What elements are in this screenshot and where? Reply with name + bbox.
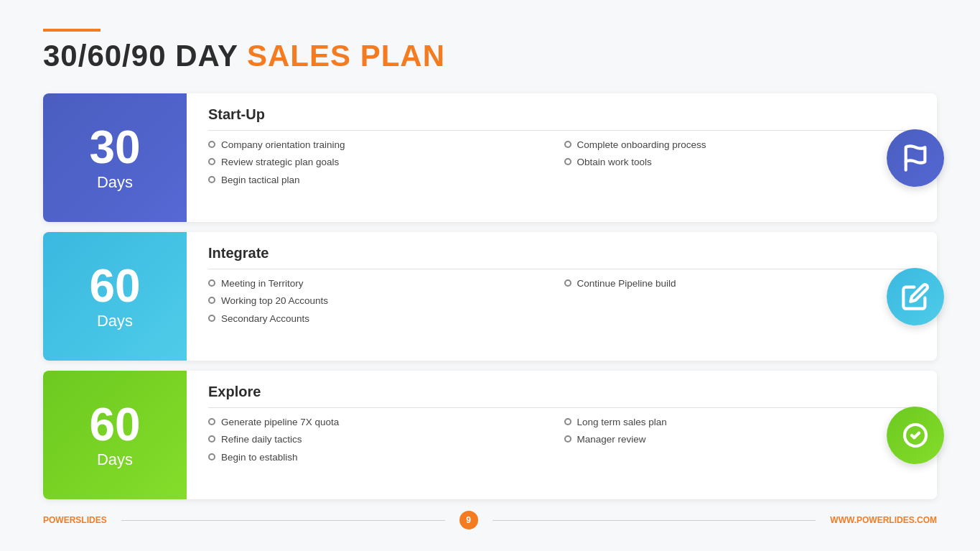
plan-card-0: 30DaysStart-UpCompany orientation traini… [43, 93, 937, 222]
bullet-text: Review strategic plan goals [221, 155, 339, 170]
bullet-circle [564, 435, 571, 443]
bullet-circle [208, 279, 215, 287]
bullet-text: Secondary Accounts [221, 312, 309, 326]
day-number: 30 [89, 124, 140, 170]
bullet-text: Meeting in Territory [221, 277, 304, 291]
divider [208, 269, 920, 269]
icon-circle-edit [887, 268, 944, 325]
bullet-item: Company orientation training [208, 138, 564, 152]
footer-website: WWW.POWERLIDES.COM [830, 515, 937, 525]
bullet-text: Complete onboarding process [577, 138, 706, 152]
title-dark: 30/60/90 DAY [43, 39, 238, 73]
day-label: Days [97, 173, 133, 192]
day-number: 60 [89, 263, 140, 309]
title-orange: SALES PLAN [247, 39, 445, 73]
bullet-item: Begin tactical plan [208, 173, 564, 187]
day-label: Days [97, 450, 133, 469]
bullet-circle [208, 176, 215, 183]
footer-brand-orange: SLIDES [75, 515, 106, 525]
bullet-circle [564, 141, 571, 148]
bullet-circle [208, 453, 215, 460]
footer-line-right [493, 520, 816, 521]
bullet-item: Meeting in Territory [208, 277, 564, 291]
day-number: 60 [89, 402, 140, 448]
bullet-text: Working top 20 Accounts [221, 294, 328, 308]
header-accent [43, 29, 101, 32]
right-col: Continue Pipeline build [564, 277, 920, 348]
bullet-circle [208, 418, 215, 425]
bullet-circle [564, 158, 571, 165]
bullet-text: Generate pipeline 7X quota [221, 415, 339, 430]
bullet-text: Manager review [577, 432, 646, 447]
card-content-0: Start-UpCompany orientation trainingRevi… [187, 93, 937, 222]
section-title: Explore [208, 384, 920, 400]
bullet-circle [208, 435, 215, 443]
title-row: 30/60/90 DAY SALES PLAN [43, 39, 937, 73]
section-title: Integrate [208, 245, 920, 261]
plan-card-1: 60DaysIntegrateMeeting in TerritoryWorki… [43, 232, 937, 361]
card-content-1: IntegrateMeeting in TerritoryWorking top… [187, 232, 937, 361]
bullet-text: Long term sales plan [577, 415, 667, 430]
page-badge: 9 [459, 511, 478, 529]
day-box-0: 30Days [43, 93, 187, 222]
bullet-item: Secondary Accounts [208, 312, 564, 326]
left-col: Generate pipeline 7X quotaRefine daily t… [208, 415, 564, 486]
items-grid: Meeting in TerritoryWorking top 20 Accou… [208, 277, 920, 348]
divider [208, 407, 920, 408]
bullet-item: Refine daily tactics [208, 432, 564, 447]
bullet-item: Review strategic plan goals [208, 155, 564, 170]
bullet-circle [208, 315, 215, 322]
divider [208, 130, 920, 131]
footer: POWERSLIDES 9 WWW.POWERLIDES.COM [43, 506, 937, 529]
card-content-2: ExploreGenerate pipeline 7X quotaRefine … [187, 371, 937, 499]
bullet-item: Begin to establish [208, 450, 564, 465]
bullet-item: Manager review [564, 432, 920, 447]
bullet-text: Company orientation training [221, 138, 345, 152]
footer-line-left [121, 520, 445, 521]
cards-area: 30DaysStart-UpCompany orientation traini… [43, 93, 937, 499]
bullet-item: Continue Pipeline build [564, 277, 920, 291]
icon-circle-flag [887, 129, 944, 187]
bullet-item: Generate pipeline 7X quota [208, 415, 564, 430]
bullet-text: Begin tactical plan [221, 173, 300, 187]
day-box-2: 60Days [43, 371, 187, 499]
items-grid: Company orientation trainingReview strat… [208, 138, 920, 209]
left-col: Company orientation trainingReview strat… [208, 138, 564, 209]
day-box-1: 60Days [43, 232, 187, 361]
right-col: Complete onboarding processObtain work t… [564, 138, 920, 209]
bullet-text: Obtain work tools [577, 155, 652, 170]
bullet-item: Working top 20 Accounts [208, 294, 564, 308]
icon-circle-check [887, 407, 944, 464]
left-col: Meeting in TerritoryWorking top 20 Accou… [208, 277, 564, 348]
bullet-circle [208, 158, 215, 165]
bullet-circle [208, 141, 215, 148]
bullet-circle [208, 297, 215, 304]
day-label: Days [97, 312, 133, 330]
section-title: Start-Up [208, 106, 920, 123]
items-grid: Generate pipeline 7X quotaRefine daily t… [208, 415, 920, 486]
bullet-item: Long term sales plan [564, 415, 920, 430]
bullet-item: Complete onboarding process [564, 138, 920, 152]
footer-brand-dark: POWER [43, 515, 75, 525]
bullet-circle [564, 279, 571, 287]
bullet-circle [564, 418, 571, 425]
bullet-item: Obtain work tools [564, 155, 920, 170]
bullet-text: Refine daily tactics [221, 432, 302, 447]
slide: 30/60/90 DAY SALES PLAN 30DaysStart-UpCo… [0, 0, 980, 551]
right-col: Long term sales planManager review [564, 415, 920, 486]
plan-card-2: 60DaysExploreGenerate pipeline 7X quotaR… [43, 371, 937, 499]
bullet-text: Continue Pipeline build [577, 277, 676, 291]
footer-brand: POWERSLIDES [43, 515, 107, 525]
bullet-text: Begin to establish [221, 450, 298, 465]
